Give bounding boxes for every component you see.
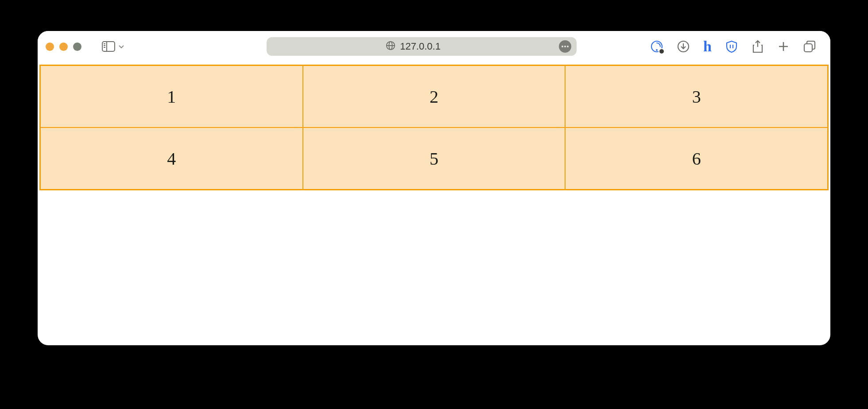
chevron-down-icon: [118, 43, 125, 50]
more-icon[interactable]: [559, 40, 571, 53]
grid-cell: 5: [303, 127, 566, 189]
traffic-lights: [46, 42, 81, 51]
share-icon[interactable]: [752, 40, 764, 53]
titlebar: 127.0.0.1: [38, 31, 830, 62]
new-tab-icon[interactable]: [777, 40, 790, 53]
globe-icon: [386, 41, 395, 52]
browser-window: 127.0.0.1: [38, 31, 830, 345]
zoom-window-button[interactable]: [73, 42, 81, 51]
grid-cell: 1: [40, 66, 303, 127]
toolbar-right: h: [650, 39, 822, 54]
address-bar[interactable]: 127.0.0.1: [267, 37, 577, 56]
svg-point-10: [567, 46, 569, 47]
privacy-report-icon[interactable]: [650, 40, 663, 53]
svg-point-9: [564, 46, 566, 47]
page-content: 1 2 3 4 5 6: [38, 62, 830, 190]
downloads-icon[interactable]: [677, 40, 690, 53]
sidebar-icon: [102, 41, 115, 52]
svg-point-8: [562, 46, 563, 47]
svg-rect-20: [804, 44, 812, 52]
close-window-button[interactable]: [46, 42, 54, 51]
address-text: 127.0.0.1: [400, 41, 441, 52]
grid-cell: 6: [565, 127, 828, 189]
grid-cell: 3: [565, 66, 828, 127]
svg-point-12: [656, 49, 658, 51]
sidebar-toggle[interactable]: [102, 41, 125, 52]
lock-badge-icon: [659, 48, 665, 54]
tabs-overview-icon[interactable]: [803, 40, 816, 53]
honey-extension-icon[interactable]: h: [703, 39, 712, 54]
svg-rect-0: [102, 42, 115, 51]
grid-container: 1 2 3 4 5 6: [39, 65, 829, 190]
grid-cell: 2: [303, 66, 566, 127]
minimize-window-button[interactable]: [59, 42, 68, 51]
grid-cell: 4: [40, 127, 303, 189]
adblock-shield-icon[interactable]: [725, 40, 738, 53]
